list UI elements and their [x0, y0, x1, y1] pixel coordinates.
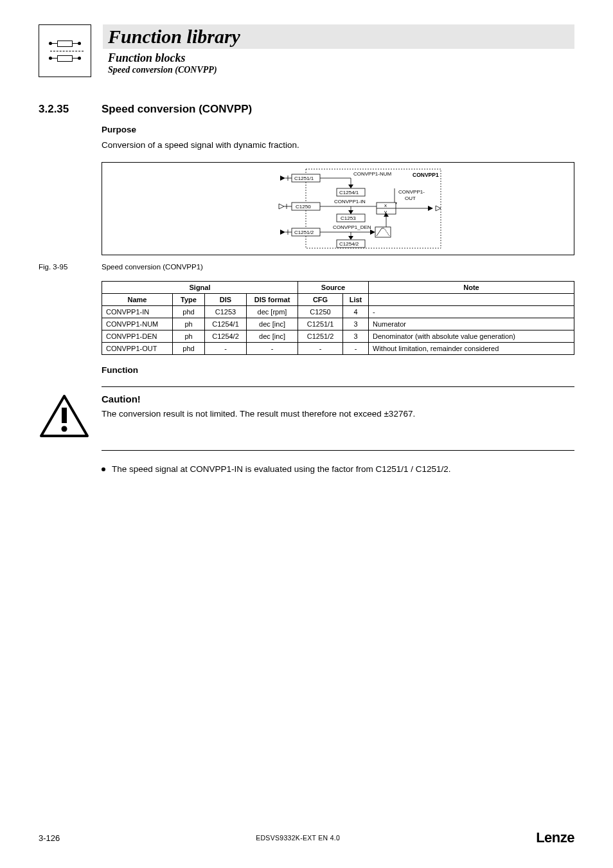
function-heading: Function — [102, 365, 574, 375]
diag-den-label: CONVPP1_DEN — [333, 224, 371, 230]
caution-block: Caution! The conversion result is not li… — [39, 393, 574, 441]
diag-c1253: C1253 — [341, 215, 356, 221]
svg-marker-20 — [436, 206, 441, 211]
bullet-item: The speed signal at CONVPP1-IN is evalua… — [102, 464, 574, 476]
signal-table: Signal Source Note Name Type DIS DIS for… — [102, 281, 574, 355]
divider — [102, 450, 574, 451]
block-diagram: .box{fill:#fff;stroke:#000;stroke-width:… — [102, 162, 574, 255]
table-row: CONVPP1-DEN ph C1254/2 dec [inc] C1251/2… — [102, 330, 574, 342]
doc-id: EDSVS9332K-EXT EN 4.0 — [256, 834, 340, 842]
section-title: Speed conversion (CONVPP) — [102, 103, 252, 116]
svg-marker-7 — [348, 185, 353, 188]
diag-c1251-2: C1251/2 — [294, 230, 314, 235]
bullet-icon — [102, 467, 105, 471]
caution-text: The conversion result is not limited. Th… — [102, 408, 415, 420]
svg-marker-11 — [279, 204, 284, 209]
diag-x: x — [384, 203, 387, 208]
table-row: CONVPP1-IN phd C1253 dec [rpm] C1250 4 - — [102, 305, 574, 318]
section-heading: 3.2.35 Speed conversion (CONVPP) — [39, 103, 574, 116]
th-list: List — [343, 293, 369, 305]
th-name: Name — [102, 293, 173, 305]
figure-text: Speed conversion (CONVPP1) — [102, 263, 203, 271]
page-subtitle-1: Function blocks — [103, 51, 574, 65]
th-signal: Signal — [102, 281, 298, 293]
diag-block-name: CONVPP1 — [413, 172, 439, 178]
purpose-text: Conversion of a speed signal with dynami… — [102, 140, 574, 152]
figure-caption: Fig. 3-95 Speed conversion (CONVPP1) — [39, 263, 574, 271]
svg-marker-29 — [370, 230, 375, 235]
caution-title: Caution! — [102, 393, 415, 404]
svg-marker-1 — [280, 176, 285, 181]
diag-out-top: CONVPP1- — [398, 189, 425, 195]
th-note-col — [369, 293, 574, 305]
diag-c1250: C1250 — [296, 204, 311, 210]
page-number: 3-126 — [39, 833, 60, 843]
page-title: Function library — [108, 26, 574, 48]
th-source: Source — [298, 281, 369, 293]
section-number: 3.2.35 — [39, 103, 77, 116]
purpose-heading: Purpose — [102, 125, 574, 134]
divider — [102, 386, 574, 387]
th-type: Type — [173, 293, 205, 305]
svg-marker-24 — [280, 230, 285, 235]
svg-point-38 — [62, 426, 67, 431]
function-block-icon — [39, 24, 91, 77]
th-note: Note — [369, 281, 574, 293]
table-row: CONVPP1-NUM ph C1254/1 dec [inc] C1251/1… — [102, 318, 574, 330]
title-bar: Function library — [103, 24, 574, 49]
table-row: CONVPP1-OUT phd - - - - Without limitati… — [102, 342, 574, 354]
svg-rect-0 — [306, 169, 441, 248]
diag-c1254-2: C1254/2 — [339, 241, 359, 247]
page-subtitle-2: Speed conversion (CONVPP) — [103, 65, 574, 75]
svg-rect-37 — [62, 408, 67, 423]
diag-out-bot: OUT — [405, 195, 416, 201]
svg-marker-34 — [348, 236, 353, 240]
bullet-text: The speed signal at CONVPP1-IN is evalua… — [112, 464, 451, 476]
svg-marker-19 — [428, 206, 433, 211]
th-dis: DIS — [205, 293, 247, 305]
diag-c1251-1: C1251/1 — [294, 176, 314, 181]
svg-marker-22 — [348, 210, 353, 214]
diag-c1254-1: C1254/1 — [339, 190, 359, 195]
page-footer: 3-126 EDSVS9332K-EXT EN 4.0 Lenze — [39, 829, 574, 846]
diag-num-label: CONVPP1-NUM — [353, 171, 391, 177]
brand-logo: Lenze — [536, 829, 574, 846]
diag-in-label: CONVPP1-IN — [334, 199, 366, 204]
figure-label: Fig. 3-95 — [39, 263, 76, 271]
warning-icon — [39, 393, 90, 441]
page-header: Function library Function blocks Speed c… — [39, 24, 574, 77]
th-dis-format: DIS format — [247, 293, 298, 305]
th-cfg: CFG — [298, 293, 343, 305]
